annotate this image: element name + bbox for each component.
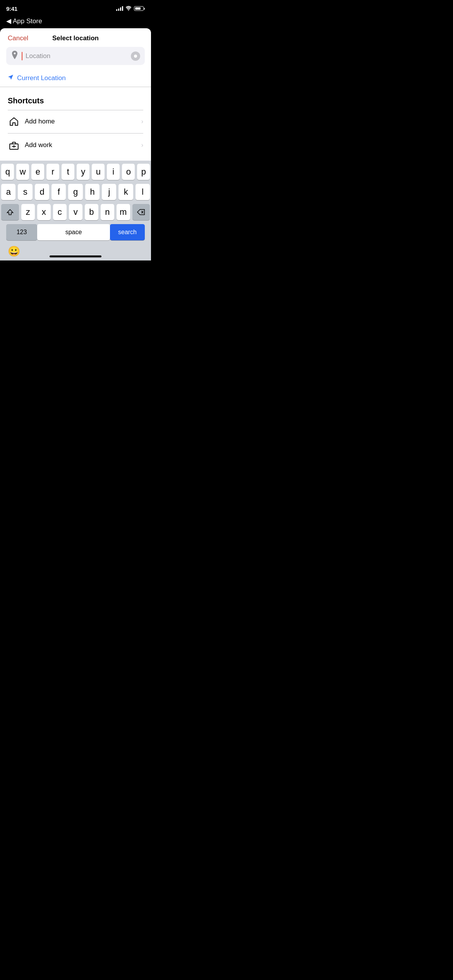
shortcut-item-work[interactable]: Add work › (8, 134, 143, 157)
keyboard-bottom-row: 123 space search (0, 220, 151, 243)
key-j[interactable]: j (102, 184, 116, 200)
svg-point-0 (128, 10, 129, 10)
home-indicator (50, 255, 101, 257)
key-u[interactable]: u (92, 164, 105, 180)
search-input-wrapper[interactable] (6, 47, 145, 65)
key-y[interactable]: y (77, 164, 89, 180)
app-store-back: ◀ App Store (0, 17, 151, 28)
back-link-label: App Store (13, 17, 42, 25)
cancel-button[interactable]: Cancel (8, 34, 28, 42)
location-arrow-icon (8, 74, 14, 82)
shortcuts-section: Shortcuts Add home › Add work (0, 87, 151, 160)
key-f[interactable]: f (51, 184, 66, 200)
nav-header: Cancel Select location (0, 28, 151, 47)
work-icon (8, 139, 20, 151)
key-p[interactable]: p (137, 164, 150, 180)
battery-icon (134, 6, 145, 11)
current-location-button[interactable]: Current Location (0, 71, 151, 87)
page-title: Select location (52, 34, 99, 42)
keyboard-row-1: q w e r t y u i o p (1, 164, 150, 180)
space-key[interactable]: space (37, 224, 110, 240)
key-g[interactable]: g (68, 184, 82, 200)
shift-key[interactable] (1, 204, 19, 220)
status-bar: 9:41 (0, 0, 151, 17)
key-w[interactable]: w (16, 164, 29, 180)
key-m[interactable]: m (117, 204, 130, 220)
numbers-key[interactable]: 123 (6, 224, 37, 240)
current-location-label: Current Location (17, 74, 66, 82)
key-z[interactable]: z (21, 204, 35, 220)
search-container (0, 47, 151, 71)
emoji-button[interactable]: 😀 (6, 243, 22, 259)
key-n[interactable]: n (101, 204, 114, 220)
key-e[interactable]: e (31, 164, 44, 180)
add-work-label: Add work (25, 141, 141, 149)
key-o[interactable]: o (122, 164, 135, 180)
chevron-right-work-icon: › (141, 142, 143, 149)
location-search-input[interactable] (26, 52, 128, 60)
key-k[interactable]: k (118, 184, 133, 200)
key-b[interactable]: b (85, 204, 98, 220)
keyboard-rows: q w e r t y u i o p a s d f g h j k (0, 161, 151, 220)
location-pin-icon (11, 51, 19, 61)
text-cursor (22, 52, 22, 60)
shortcuts-title: Shortcuts (8, 96, 143, 105)
home-icon (8, 115, 20, 128)
key-x[interactable]: x (37, 204, 51, 220)
wifi-icon (125, 5, 132, 12)
signal-icon (116, 6, 123, 11)
search-key[interactable]: search (110, 224, 145, 240)
back-arrow-icon: ◀ (6, 17, 11, 25)
back-link[interactable]: ◀ App Store (6, 17, 145, 25)
key-c[interactable]: c (53, 204, 67, 220)
key-a[interactable]: a (1, 184, 15, 200)
mic-button[interactable] (131, 51, 140, 61)
keyboard-emoji-row: 😀 (0, 243, 151, 260)
key-r[interactable]: r (46, 164, 59, 180)
status-time: 9:41 (6, 5, 17, 12)
key-h[interactable]: h (85, 184, 100, 200)
keyboard-row-2: a s d f g h j k l (1, 184, 150, 200)
keyboard-row-3: z x c v b n m (1, 204, 150, 220)
chevron-right-home-icon: › (141, 118, 143, 125)
backspace-key[interactable] (132, 204, 150, 220)
key-s[interactable]: s (18, 184, 32, 200)
key-d[interactable]: d (35, 184, 49, 200)
key-v[interactable]: v (69, 204, 82, 220)
modal-sheet: Cancel Select location Current Location … (0, 28, 151, 260)
keyboard: q w e r t y u i o p a s d f g h j k (0, 161, 151, 260)
status-icons (116, 5, 145, 12)
key-q[interactable]: q (1, 164, 14, 180)
shortcut-item-home[interactable]: Add home › (8, 110, 143, 134)
key-t[interactable]: t (62, 164, 74, 180)
key-l[interactable]: l (136, 184, 150, 200)
add-home-label: Add home (25, 118, 141, 125)
key-i[interactable]: i (107, 164, 120, 180)
